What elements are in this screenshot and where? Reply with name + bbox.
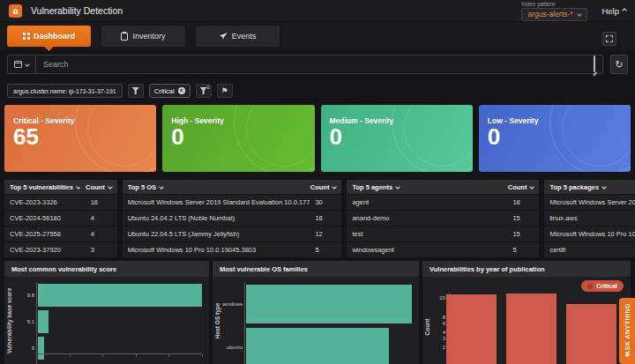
- axis-tick-label: 9.8: [8, 293, 34, 298]
- count-header[interactable]: Count: [310, 183, 337, 191]
- chart-os-families: Most vulnerable OS families Host OS type…: [213, 261, 419, 364]
- dashboard-icon: [23, 33, 26, 35]
- table-row[interactable]: CVE-2023-332616: [4, 195, 117, 210]
- severity-filter-label: Critical: [154, 87, 175, 95]
- query-menu-button[interactable]: [8, 56, 36, 73]
- bar[interactable]: [246, 285, 412, 323]
- charts-row: Most common vulnerability score Vulnerab…: [4, 261, 631, 364]
- table-row[interactable]: Ubuntu 24.04.2 LTS (Noble Numbat)18: [123, 211, 342, 226]
- sort-chevron-icon: [159, 184, 164, 189]
- sort-chevron-icon: [76, 184, 80, 189]
- bar[interactable]: [506, 293, 557, 364]
- sparkle-icon: ✦: [624, 353, 631, 360]
- app-logo[interactable]: a: [9, 4, 22, 18]
- table-row[interactable]: test15: [347, 227, 539, 241]
- table-row[interactable]: windowsagent5: [347, 242, 539, 257]
- top5-tables: Top 5 vulnerabilities Count CVE-2023-332…: [4, 180, 631, 257]
- tab-inventory-label: Inventory: [132, 32, 165, 41]
- chevron-up-icon: [622, 8, 627, 13]
- legend-dot-icon: [587, 284, 593, 289]
- expand-view-button[interactable]: [602, 32, 616, 46]
- axis-tick-label: 9: [8, 345, 34, 351]
- chart-title: Vulnerabilities by year of publication: [422, 261, 631, 277]
- table-row[interactable]: anand-demo15: [347, 211, 539, 226]
- top-bar: a Vulnerability Detection Index pattern …: [0, 0, 635, 22]
- table-row[interactable]: certifi3: [544, 242, 635, 257]
- bar[interactable]: [38, 337, 44, 360]
- legend-critical[interactable]: Critical: [581, 280, 624, 292]
- chevron-down-icon: [578, 11, 583, 17]
- legend-label: Critical: [596, 283, 617, 289]
- add-filter-button[interactable]: [128, 84, 144, 98]
- table-row[interactable]: agent18: [347, 195, 539, 210]
- table-top5-packages: Top 5 packages Count Microsoft Windows S…: [544, 180, 635, 257]
- tab-events[interactable]: Events: [196, 26, 280, 47]
- table-top5-vulnerabilities: Top 5 vulnerabilities Count CVE-2023-332…: [4, 180, 117, 257]
- index-pattern-label: Index pattern: [521, 1, 587, 7]
- sort-chevron-icon: [332, 184, 338, 189]
- axis-tick-label: windows: [216, 301, 243, 307]
- hidden-filters-button[interactable]: 0: [196, 84, 212, 98]
- help-menu[interactable]: Help: [601, 6, 626, 16]
- table-title[interactable]: Top 5 packages: [549, 183, 635, 191]
- index-pattern-select[interactable]: argus-alerts-*: [521, 8, 587, 21]
- table-title[interactable]: Top 5 vulnerabilities: [10, 183, 80, 191]
- chart-vulnerability-score: Most common vulnerability score Vulnerab…: [4, 261, 209, 364]
- table-title[interactable]: Top 5 agents: [352, 183, 502, 191]
- update-icon[interactable]: [594, 56, 595, 72]
- close-icon[interactable]: ×: [178, 87, 185, 94]
- table-row[interactable]: CVE-2023-379203: [4, 242, 117, 257]
- funnel-icon: [131, 87, 139, 95]
- index-pattern-value: argus-alerts-*: [527, 10, 572, 19]
- table-row[interactable]: linux-aws9: [544, 211, 635, 226]
- table-row[interactable]: Microsoft Windows Server 2019 Standard E…: [123, 195, 342, 210]
- sort-chevron-icon: [395, 184, 400, 189]
- search-bar[interactable]: Search: [7, 55, 603, 74]
- ask-anything-button[interactable]: ASK ANYTHING ✦: [619, 298, 635, 364]
- critical-severity-card[interactable]: Critical - Severity 65: [4, 105, 156, 172]
- tab-events-label: Events: [232, 32, 257, 41]
- severity-filter-chip[interactable]: Critical ×: [149, 84, 190, 98]
- y-axis-label: Host OS type: [214, 302, 220, 338]
- axis-tick-label: 4: [430, 330, 445, 335]
- axis-tick-label: 6: [430, 321, 445, 326]
- tab-inventory[interactable]: Inventory: [101, 26, 185, 47]
- count-header[interactable]: Count: [86, 183, 112, 191]
- table-title[interactable]: Top 5 OS: [128, 183, 305, 191]
- low-severity-card[interactable]: Low - Severity 0: [479, 105, 631, 172]
- table-top5-os: Top 5 OS Count Microsoft Windows Server …: [123, 180, 342, 257]
- refresh-button[interactable]: ↻: [610, 55, 628, 74]
- x-axis: [36, 353, 202, 354]
- chart-title: Most common vulnerability score: [4, 261, 209, 277]
- medium-severity-card[interactable]: Medium - Severity 0: [321, 105, 473, 172]
- chevron-down-icon: [25, 62, 30, 67]
- count-header[interactable]: Count: [508, 183, 534, 191]
- table-row[interactable]: Ubuntu 22.04.5 LTS (Jammy Jellyfish)12: [123, 227, 342, 241]
- bar[interactable]: [446, 294, 497, 364]
- table-row[interactable]: CVE-2024-561804: [4, 211, 117, 226]
- table-row[interactable]: Microsoft Windows 10 Pro 10.05: [544, 227, 635, 241]
- table-row[interactable]: Microsoft Windows Server 201930: [544, 195, 635, 210]
- chart-vulnerabilities-by-year: Vulnerabilities by year of publication C…: [422, 261, 631, 364]
- help-label: Help: [601, 6, 619, 16]
- bar[interactable]: [566, 304, 616, 364]
- bar[interactable]: [38, 284, 202, 307]
- events-icon: [220, 33, 228, 40]
- cluster-filter-chip[interactable]: argus.cluster.name: ip-173-31-37-191: [7, 84, 123, 98]
- card-label: Low - Severity: [488, 116, 622, 125]
- axis-tick-label: 9.1: [8, 319, 34, 324]
- axis-tick-label: 3: [430, 336, 445, 341]
- severity-cards: Critical - Severity 65 High - Severity 0…: [4, 105, 631, 172]
- card-value: 0: [330, 125, 464, 149]
- bar[interactable]: [38, 310, 49, 333]
- table-row[interactable]: Microsoft Windows 10 Pro 10.0.19045.3803…: [123, 242, 342, 257]
- table-row[interactable]: CVE-2025-275584: [4, 227, 117, 241]
- card-value: 0: [171, 125, 305, 149]
- pin-filters-button[interactable]: ⚑: [217, 84, 233, 98]
- high-severity-card[interactable]: High - Severity 0: [162, 105, 314, 172]
- tab-dashboard[interactable]: Dashboard: [7, 26, 91, 47]
- card-label: Medium - Severity: [330, 116, 464, 125]
- bar[interactable]: [246, 328, 389, 364]
- card-label: High - Severity: [171, 116, 305, 125]
- search-input[interactable]: Search: [36, 60, 594, 69]
